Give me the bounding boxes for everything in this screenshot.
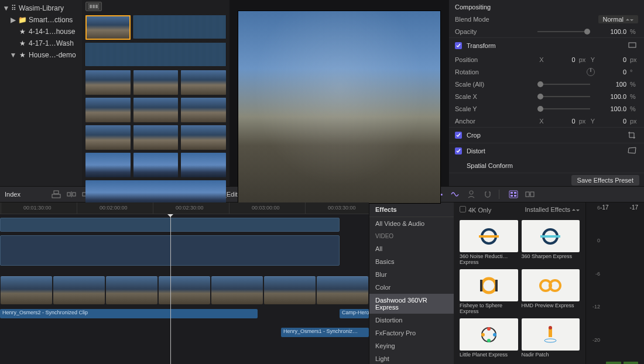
clip-thumbnail[interactable] [181, 125, 226, 150]
blend-mode-popup[interactable]: Normal [598, 15, 638, 23]
connect-clip-icon[interactable] [50, 189, 62, 200]
snapping-icon[interactable] [482, 190, 493, 199]
library-event-house[interactable]: ▼ ★ House…-demo [0, 49, 82, 61]
rotation-label: Rotation [455, 68, 503, 75]
effect-thumbnail[interactable]: HMD Preview Express [522, 269, 580, 315]
clip-thumbnail[interactable] [85, 180, 226, 205]
timeline-ruler[interactable]: 00:01:30:00 00:02:00:00 00:02:30:00 00:0… [0, 202, 369, 214]
installed-effects-popup[interactable]: Installed Effects [525, 206, 580, 213]
transform-checkbox[interactable] [455, 42, 462, 49]
clip-thumbnail[interactable] [85, 98, 131, 122]
library-event-414[interactable]: ★ 4-14-1…house [0, 26, 82, 37]
clip-thumbnail[interactable] [133, 125, 179, 150]
timeline-clip[interactable]: Top-of-Lighthouse4 [53, 276, 105, 304]
timeline-clip[interactable]: Keeper-house-o… [159, 276, 210, 304]
anchor-y[interactable]: 0 [598, 118, 626, 125]
effects-category[interactable]: All Video & Audio [369, 217, 454, 230]
clip-thumbnail[interactable] [133, 70, 179, 95]
timeline-audio-clip[interactable]: Henry_Osmers2 - Synchronized Clip [0, 309, 258, 318]
timeline-connected-clip[interactable] [0, 235, 340, 266]
opacity-value[interactable]: 100.0 [598, 28, 626, 35]
browser-clips: 1 of 64 selected, 03:50:23 [82, 0, 229, 219]
timeline-clip[interactable]: Montauk-Point-State-… [264, 276, 316, 304]
distort-section[interactable]: Distort [467, 147, 623, 154]
timeline-clip[interactable]: Top-of-Lighthouse6 [106, 276, 157, 304]
scale-x-slider[interactable] [537, 96, 590, 97]
anchor-x[interactable]: 0 [547, 118, 576, 125]
effect-preview [522, 269, 580, 301]
disclosure-triangle-icon[interactable]: ▼ [4, 4, 9, 12]
clip-thumbnail[interactable] [181, 70, 226, 95]
crop-section[interactable]: Crop [467, 132, 623, 139]
timeline-playhead[interactable] [170, 214, 171, 364]
effects-category[interactable]: VIDEO [369, 230, 454, 242]
timeline-clip[interactable]: Top-of-Lighth… [211, 276, 263, 304]
clip-thumbnail[interactable] [181, 98, 226, 122]
svg-point-31 [493, 333, 496, 336]
disclosure-triangle-icon[interactable]: ▼ [11, 51, 16, 59]
viewer-canvas[interactable] [238, 11, 441, 204]
save-effects-preset-button[interactable]: Save Effects Preset [571, 175, 639, 186]
transform-section[interactable]: Transform [467, 42, 623, 49]
effects-category[interactable]: Basics [369, 255, 454, 268]
transitions-browser-icon[interactable] [525, 190, 535, 199]
library-event-417[interactable]: ★ 4-17-1…Wash [0, 37, 82, 49]
clip-thumbnail[interactable] [133, 153, 179, 177]
clip-thumbnail[interactable] [85, 70, 131, 95]
effects-category[interactable]: Keying [369, 339, 454, 352]
effects-category[interactable]: Dashwood 360VR Express [369, 294, 454, 314]
clip-thumbnail[interactable] [85, 125, 131, 150]
effects-browser-icon[interactable] [508, 190, 519, 199]
rotation-value[interactable]: 0 [598, 68, 626, 75]
effect-thumbnail[interactable]: Little Planet Express [460, 318, 518, 364]
distort-checkbox[interactable] [455, 147, 462, 154]
svg-rect-18 [526, 192, 529, 197]
effects-category[interactable]: FxFactory Pro [369, 327, 454, 339]
effect-thumbnail[interactable]: 360 Noise Reducti…Express [460, 220, 518, 266]
timeline-index-button[interactable]: Index [5, 191, 46, 198]
scale-x-label: Scale X [455, 93, 503, 100]
insert-clip-icon[interactable] [66, 189, 77, 200]
timeline-primary-storyline[interactable]: Lighthouse-gro…Top-of-Lighthouse4Top-of-… [0, 276, 369, 304]
position-x[interactable]: 0 [547, 56, 576, 63]
position-y[interactable]: 0 [598, 56, 626, 63]
timeline-audio-clip[interactable]: Henry_Osmers1 - Synchroniz… [281, 328, 369, 337]
distort-onscreen-icon[interactable] [628, 147, 638, 155]
clip-waveform[interactable] [133, 15, 226, 39]
clip-thumbnail[interactable] [181, 153, 226, 177]
transform-onscreen-icon[interactable] [628, 42, 638, 50]
clip-thumbnail[interactable] [85, 15, 131, 40]
scale-y-value[interactable]: 100.0 [598, 105, 626, 112]
clip-waveform[interactable] [85, 43, 226, 66]
spatial-conform-section[interactable]: Spatial Conform [467, 162, 638, 169]
4k-only-checkbox[interactable]: 4K Only [460, 206, 491, 214]
timeline-clip[interactable]: Camp-Hero1 [317, 276, 368, 304]
effects-category[interactable]: Distortion [369, 314, 454, 327]
filmstrip-view-button[interactable] [85, 2, 102, 11]
library-event-smart[interactable]: ▶ 📁 Smart…ctions [0, 14, 82, 26]
clip-thumbnail[interactable] [133, 98, 179, 122]
timeline[interactable]: 00:01:30:00 00:02:00:00 00:02:30:00 00:0… [0, 202, 369, 364]
effect-thumbnail[interactable]: 360 Sharpen Express [522, 220, 580, 266]
timeline-audio-clip[interactable]: Camp-Hero1 [340, 309, 369, 318]
timeline-clip[interactable]: Lighthouse-gro… [1, 276, 52, 304]
rotation-dial[interactable] [587, 68, 595, 76]
effects-category[interactable]: Color [369, 281, 454, 294]
audio-skimming-icon[interactable] [450, 190, 460, 199]
opacity-slider[interactable] [537, 31, 590, 32]
library-root[interactable]: ▼ ⠿ Wasim-Library [0, 2, 82, 14]
clip-thumbnail[interactable] [85, 153, 131, 177]
disclosure-triangle-icon[interactable]: ▶ [11, 16, 16, 24]
scale-x-value[interactable]: 100.0 [598, 93, 626, 100]
scale-all-value[interactable]: 100 [598, 81, 626, 88]
crop-checkbox[interactable] [455, 132, 462, 139]
effects-category[interactable]: All [369, 242, 454, 255]
scale-y-slider[interactable] [537, 108, 590, 109]
scale-all-slider[interactable] [537, 84, 590, 85]
effect-thumbnail[interactable]: Nadir Patch [522, 318, 580, 364]
effects-category[interactable]: Light [369, 352, 454, 364]
crop-onscreen-icon[interactable] [628, 131, 638, 139]
solo-icon[interactable] [466, 190, 477, 199]
effects-category[interactable]: Blur [369, 268, 454, 281]
effect-thumbnail[interactable]: Fisheye to Sphere Express [460, 269, 518, 315]
